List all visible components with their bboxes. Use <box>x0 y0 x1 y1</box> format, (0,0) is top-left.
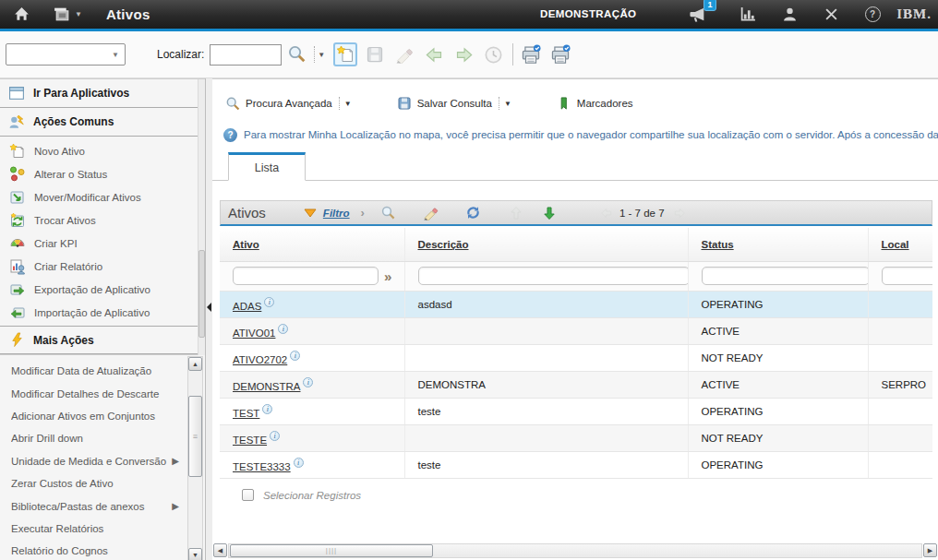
scroll-down-icon[interactable]: ▼ <box>188 548 202 560</box>
more-actions-item[interactable]: Biblioteca/Pastas de anexos ▶ <box>11 494 181 517</box>
more-actions-item[interactable]: Modificar Data de Atualização ▶ <box>11 360 181 382</box>
print-with-attachments-button[interactable] <box>548 42 572 66</box>
scroll-left-icon[interactable]: ◀ <box>213 543 227 557</box>
select-records-control[interactable]: Selecionar Registros <box>242 489 361 501</box>
new-record-button[interactable] <box>333 42 357 66</box>
sidebar-scrollbar[interactable]: ▲ ≡ ▼ <box>187 356 203 560</box>
scroll-right-icon[interactable]: ▶ <box>923 543 937 557</box>
print-button[interactable] <box>519 42 543 66</box>
select-records-checkbox[interactable] <box>242 489 254 501</box>
go-to-menu-button[interactable]: ▼ <box>53 6 82 22</box>
column-header-descricao[interactable]: Descrição <box>404 228 688 261</box>
sidebar-item-importacao[interactable]: Importação de Aplicativo <box>0 301 205 324</box>
sidebar-item-criar-kpi[interactable]: Criar KPI <box>0 232 205 255</box>
previous-row-button[interactable] <box>507 204 525 222</box>
table-search-button[interactable] <box>379 204 398 222</box>
filter-toggle-icon[interactable] <box>301 204 319 222</box>
reports-button[interactable] <box>737 4 759 26</box>
go-to-applications[interactable]: Ir Para Aplicativos <box>0 79 205 108</box>
refresh-button[interactable] <box>464 204 483 222</box>
filter-link[interactable]: Filtro <box>323 208 350 219</box>
column-header-ativo[interactable]: Ativo <box>220 228 404 261</box>
next-row-button[interactable] <box>540 204 559 222</box>
asset-link[interactable]: TESTE3333 <box>233 461 291 472</box>
advanced-search-button[interactable]: Procura Avançada <box>224 95 332 112</box>
more-actions-item[interactable]: Unidade de Medida e Conversão ▶ <box>11 450 181 472</box>
column-header-local[interactable]: Local <box>868 228 932 261</box>
info-icon[interactable]: i <box>262 404 272 414</box>
more-actions-item[interactable]: Abrir Drill down ▶ <box>11 427 181 449</box>
info-icon[interactable]: i <box>303 377 313 387</box>
sidebar-item-criar-relatorio[interactable]: Criar Relatório <box>0 255 205 278</box>
filter-input-local[interactable] <box>882 267 933 285</box>
next-page-button[interactable] <box>670 204 689 222</box>
sidebar-item-mover-modificar[interactable]: Mover/Modificar Ativos <box>0 185 205 209</box>
table-row[interactable]: DEMONSTRAi DEMONSTRA ACTIVE SERPRO <box>220 371 932 398</box>
more-actions-item[interactable]: Modificar Detalhes de Descarte ▶ <box>11 382 181 404</box>
search-options-caret-icon[interactable]: ▼ <box>318 51 325 59</box>
save-query-button[interactable]: Salvar Consulta <box>396 95 492 112</box>
info-help-icon[interactable]: ? <box>223 128 237 142</box>
info-icon[interactable]: i <box>270 431 280 441</box>
table-row[interactable]: TESTEi NOT READY <box>220 424 932 451</box>
more-actions-item[interactable]: Executar Relatórios ▶ <box>11 518 181 540</box>
advanced-search-caret-icon[interactable]: ▼ <box>344 100 352 108</box>
find-search-button[interactable] <box>285 42 309 66</box>
column-header-status[interactable]: Status <box>688 228 868 261</box>
sidebar-item-trocar-ativos[interactable]: Trocar Ativos <box>0 209 205 232</box>
record-combobox[interactable]: ▼ <box>6 43 126 66</box>
asset-link[interactable]: TEST <box>233 408 259 419</box>
find-input[interactable] <box>210 44 282 66</box>
table-row[interactable]: TESTi teste OPERATING <box>220 398 932 424</box>
tab-lista[interactable]: Lista <box>228 152 306 181</box>
clear-changes-button[interactable] <box>392 42 416 66</box>
more-actions-header[interactable]: Mais Ações <box>0 326 205 354</box>
previous-page-button[interactable] <box>597 204 616 222</box>
sidebar-item-alterar-status[interactable]: Alterar o Status <box>0 162 205 185</box>
table-row[interactable]: ADASi asdasd OPERATING <box>220 291 932 317</box>
save-record-button[interactable] <box>363 42 387 66</box>
save-query-caret-icon[interactable]: ▼ <box>504 100 511 108</box>
bookmarks-button[interactable]: Marcadores <box>556 95 633 112</box>
common-actions-header[interactable]: Ações Comuns <box>0 108 205 137</box>
info-icon[interactable]: i <box>290 351 300 361</box>
next-record-button[interactable] <box>451 42 475 66</box>
info-icon[interactable]: i <box>278 324 288 334</box>
asset-link[interactable]: TESTE <box>233 435 267 446</box>
sidebar-outer-scrollbar[interactable] <box>198 79 205 355</box>
history-button[interactable] <box>481 42 505 66</box>
announcements-button[interactable]: 1 <box>686 4 708 26</box>
sign-out-button[interactable] <box>820 4 842 26</box>
table-row[interactable]: ATIVO01i ACTIVE <box>220 317 932 344</box>
sidebar-item-novo-ativo[interactable]: Novo Ativo <box>0 139 205 162</box>
clear-filter-button[interactable] <box>422 204 440 222</box>
home-icon[interactable] <box>10 4 32 26</box>
table-row[interactable]: TESTE3333i teste OPERATING <box>220 451 932 478</box>
scroll-up-icon[interactable]: ▲ <box>188 357 202 371</box>
info-icon[interactable]: i <box>294 458 304 468</box>
filter-expand-icon[interactable]: › <box>361 206 365 220</box>
sidebar-item-exportacao[interactable]: Exportação de Aplicativo <box>0 278 205 301</box>
asset-link[interactable]: ATIVO01 <box>233 328 275 339</box>
help-button[interactable]: ? <box>861 4 884 26</box>
info-icon[interactable]: i <box>264 297 274 307</box>
asset-link[interactable]: ADAS <box>233 301 261 312</box>
asset-link[interactable]: ATIVO2702 <box>233 354 287 365</box>
scrollbar-track[interactable]: |||| <box>228 543 922 558</box>
previous-record-button[interactable] <box>422 42 446 66</box>
scrollbar-thumb[interactable]: ≡ <box>188 396 202 477</box>
asset-link[interactable]: DEMONSTRA <box>233 381 300 392</box>
horizontal-scrollbar[interactable]: ◀ |||| ▶ <box>213 542 937 558</box>
more-actions-item[interactable]: Adicionar Ativos em Conjuntos ▶ <box>11 405 181 427</box>
filter-input-descricao[interactable] <box>418 267 689 285</box>
more-actions-item[interactable]: Relatório do Cognos ▶ <box>11 540 181 560</box>
filter-input-ativo[interactable] <box>233 267 379 285</box>
scrollbar-thumb[interactable]: |||| <box>230 544 433 557</box>
filter-input-status[interactable] <box>702 267 869 285</box>
table-row[interactable]: ATIVO2702i NOT READY <box>220 344 932 371</box>
scrollbar-thumb[interactable] <box>198 250 205 338</box>
more-actions-item[interactable]: Zerar Custos de Ativo ▶ <box>11 472 181 494</box>
collapse-sidebar-icon[interactable] <box>207 303 211 312</box>
filter-more-icon[interactable]: » <box>384 268 391 284</box>
profile-button[interactable] <box>778 4 800 26</box>
